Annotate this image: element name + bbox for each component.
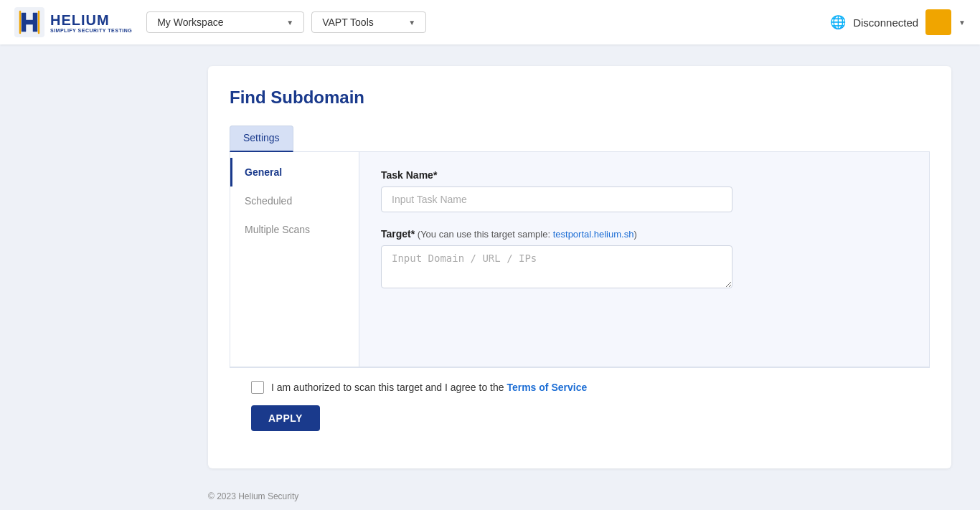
- page-card: Find Subdomain Settings General Schedule…: [208, 66, 951, 468]
- tos-link[interactable]: Terms of Service: [507, 382, 587, 393]
- vapt-label: VAPT Tools: [322, 16, 374, 28]
- target-group: Target* (You can use this target sample:…: [381, 228, 908, 291]
- logo-title: HELIUM: [50, 12, 132, 28]
- settings-nav-multiple-scans[interactable]: Multiple Scans: [230, 215, 359, 244]
- tabs-row: Settings: [230, 125, 930, 152]
- settings-nav-general[interactable]: General: [230, 158, 359, 186]
- settings-panel: General Scheduled Multiple Scans Task Na…: [230, 152, 930, 367]
- header-right: 🌐 Disconnected ▼: [830, 9, 966, 35]
- target-input[interactable]: [381, 245, 732, 288]
- tab-settings[interactable]: Settings: [230, 126, 293, 152]
- tos-row: I am authorized to scan this target and …: [251, 381, 908, 394]
- globe-icon: 🌐: [830, 14, 846, 30]
- task-name-label: Task Name*: [381, 169, 908, 181]
- target-hint: (You can use this target sample: testpor…: [415, 229, 637, 240]
- task-name-group: Task Name*: [381, 169, 908, 212]
- target-label: Target* (You can use this target sample:…: [381, 228, 908, 240]
- workspace-chevron-icon: ▼: [286, 19, 293, 27]
- tos-label: I am authorized to scan this target and …: [271, 382, 587, 393]
- settings-content: Task Name* Target* (You can use this tar…: [359, 152, 929, 367]
- tos-checkbox[interactable]: [251, 381, 264, 394]
- logo-subtitle: SIMPLIFY SECURITY TESTING: [50, 28, 132, 33]
- user-avatar[interactable]: [925, 9, 951, 35]
- workspace-label: My Workspace: [157, 16, 223, 28]
- target-hint-link[interactable]: testportal.helium.sh: [553, 229, 634, 240]
- header: HELIUM SIMPLIFY SECURITY TESTING My Work…: [0, 0, 980, 44]
- connection-status: Disconnected: [853, 16, 918, 29]
- vapt-tools-dropdown[interactable]: VAPT Tools ▼: [311, 11, 426, 33]
- form-footer: I am authorized to scan this target and …: [230, 367, 930, 447]
- vapt-chevron-icon: ▼: [408, 19, 415, 27]
- apply-button[interactable]: APPLY: [251, 405, 320, 431]
- helium-logo-icon: [14, 7, 44, 37]
- avatar-chevron-icon[interactable]: ▼: [958, 19, 966, 27]
- settings-nav-scheduled[interactable]: Scheduled: [230, 186, 359, 215]
- task-name-input[interactable]: [381, 186, 732, 212]
- header-dropdowns: My Workspace ▼ VAPT Tools ▼: [146, 11, 830, 33]
- logo-text: HELIUM SIMPLIFY SECURITY TESTING: [50, 12, 132, 33]
- page-title: Find Subdomain: [230, 88, 930, 108]
- workspace-dropdown[interactable]: My Workspace ▼: [146, 11, 304, 33]
- sidebar: [0, 44, 187, 510]
- logo: HELIUM SIMPLIFY SECURITY TESTING: [14, 7, 132, 37]
- settings-sidebar: General Scheduled Multiple Scans: [230, 152, 359, 367]
- footer-text: © 2023 Helium Security: [208, 491, 298, 501]
